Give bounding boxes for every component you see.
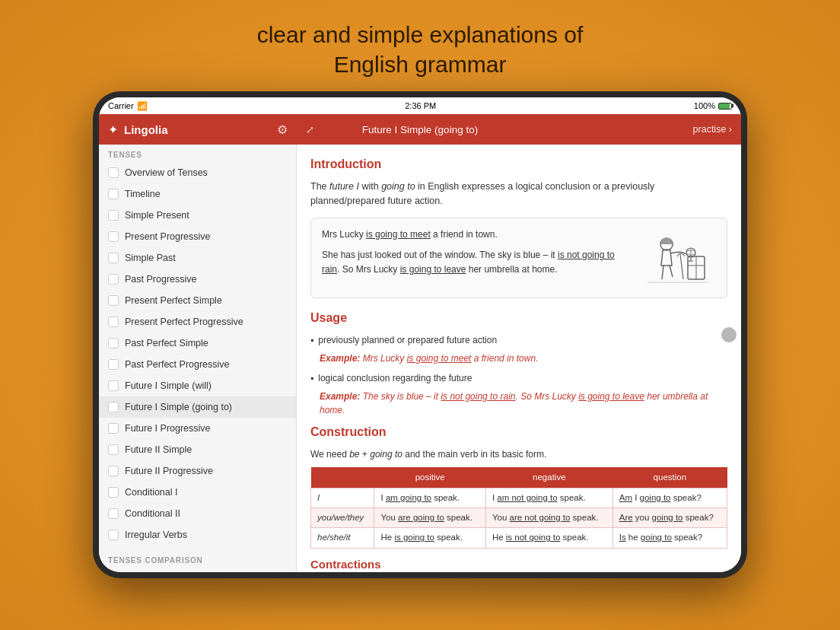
subject-i: I: [311, 488, 374, 508]
device-screen: Carrier 📶 2:36 PM 100% ✦ Lingolia ⚙ ⤢ F: [99, 97, 741, 572]
svg-line-3: [670, 266, 673, 277]
sidebar-item-simple-past[interactable]: Simple Past: [99, 247, 296, 269]
sidebar-item-irregular-verbs[interactable]: Irregular Verbs: [99, 524, 296, 546]
sidebar-item-future-i-going-to[interactable]: Future I Simple (going to): [99, 396, 296, 418]
table-row-he: he/she/it He is going to speak. He is no…: [311, 528, 727, 548]
sidebar: TENSES Overview of Tenses Timeline Simpl…: [99, 145, 297, 572]
col-positive: positive: [374, 467, 485, 488]
checkbox-future-ii-progressive[interactable]: [108, 466, 119, 476]
sidebar-item-timeline[interactable]: Timeline: [99, 183, 296, 205]
checkbox-present-perfect-simple[interactable]: [108, 295, 119, 306]
side-scroll-indicator[interactable]: [721, 327, 737, 342]
positive-he: He is going to speak.: [374, 528, 485, 548]
sidebar-item-present-perfect-simple[interactable]: Present Perfect Simple: [99, 290, 296, 311]
time-display: 2:36 PM: [405, 101, 436, 110]
sidebar-item-past-progressive[interactable]: Past Progressive: [99, 269, 296, 290]
battery-label: 100%: [694, 101, 715, 110]
negative-you: You are not going to speak.: [485, 508, 612, 528]
logo-icon: ✦: [108, 123, 118, 137]
checkbox-past-perfect-progressive[interactable]: [108, 359, 119, 370]
checkbox-conditional-i[interactable]: [108, 487, 119, 498]
checkbox-overview[interactable]: [108, 167, 119, 178]
sidebar-item-conditional-ii[interactable]: Conditional II: [99, 503, 296, 524]
sidebar-item-past-perfect-simple[interactable]: Past Perfect Simple: [99, 332, 296, 354]
usage-item-2: ▪ logical conclusion regarding the futur…: [310, 371, 727, 385]
checkbox-simple-past[interactable]: [108, 253, 119, 263]
svg-line-2: [662, 266, 663, 279]
usage-example-2: Example: The sky is blue – it is not goi…: [310, 390, 727, 417]
device-frame: Carrier 📶 2:36 PM 100% ✦ Lingolia ⚙ ⤢ F: [93, 91, 747, 578]
checkbox-future-i-progressive[interactable]: [108, 423, 119, 434]
checkbox-simple-present[interactable]: [108, 210, 119, 221]
svg-line-12: [680, 254, 683, 279]
sidebar-item-present-progressive[interactable]: Present Progressive: [99, 226, 296, 247]
col-question: question: [612, 467, 727, 488]
question-you: Are you going to speak?: [612, 508, 727, 528]
header-title: Future I Simple (going to): [362, 124, 478, 135]
table-row-you: you/we/they You are going to speak. You …: [311, 508, 727, 528]
contractions-heading: Contractions: [310, 556, 727, 573]
app-header: ✦ Lingolia ⚙ ⤢ Future I Simple (going to…: [99, 114, 741, 145]
question-i: Am I going to speak?: [612, 488, 727, 508]
negative-i: I am not going to speak.: [485, 488, 612, 508]
expand-icon[interactable]: ⤢: [306, 124, 314, 135]
usage-item-1: ▪ previously planned or prepared future …: [310, 333, 727, 347]
page-title-line1: clear and simple explanations of English…: [257, 20, 584, 79]
question-he: Is he going to speak?: [612, 528, 727, 548]
checkbox-timeline[interactable]: [108, 189, 119, 199]
table-row-i: I I am going to speak. I am not going to…: [311, 488, 727, 508]
usage-heading: Usage: [310, 309, 727, 327]
negative-he: He is not going to speak.: [485, 528, 612, 548]
col-negative: negative: [485, 467, 612, 488]
checkbox-irregular-verbs[interactable]: [108, 530, 119, 540]
checkbox-present-progressive[interactable]: [108, 231, 119, 242]
tenses-comparison-label: TENSES COMPARISON: [99, 550, 296, 568]
sidebar-item-future-ii-progressive[interactable]: Future II Progressive: [99, 460, 296, 482]
sidebar-item-conditional-i[interactable]: Conditional I: [99, 482, 296, 503]
checkbox-present-perfect-progressive[interactable]: [108, 317, 119, 327]
subject-you: you/we/they: [311, 508, 374, 528]
positive-i: I am going to speak.: [374, 488, 485, 508]
carrier-label: Carrier: [108, 101, 134, 110]
sidebar-item-future-ii-simple[interactable]: Future II Simple: [99, 439, 296, 460]
checkbox-future-i-will[interactable]: [108, 380, 119, 391]
example-line2: She has just looked out of the window. T…: [322, 248, 632, 277]
sidebar-item-present-perfect-progressive[interactable]: Present Perfect Progressive: [99, 311, 296, 332]
tenses-section-label: TENSES: [99, 145, 296, 162]
intro-text: The future I with going to in English ex…: [310, 180, 727, 208]
checkbox-past-perfect-simple[interactable]: [108, 338, 119, 348]
sidebar-item-simple-present[interactable]: Simple Present: [99, 205, 296, 226]
wifi-icon: 📶: [137, 101, 148, 111]
battery-icon: [718, 103, 732, 110]
logo-text: Lingolia: [124, 123, 168, 136]
checkbox-conditional-ii[interactable]: [108, 508, 119, 519]
example-line1: Mrs Lucky is going to meet a friend in t…: [322, 228, 632, 242]
sidebar-item-past-perfect-progressive[interactable]: Past Perfect Progressive: [99, 354, 296, 375]
sidebar-item-future-i-progressive[interactable]: Future I Progressive: [99, 418, 296, 439]
construction-heading: Construction: [310, 423, 727, 441]
checkbox-future-i-going-to[interactable]: [108, 402, 119, 412]
content-area: Introduction The future I with going to …: [297, 145, 741, 572]
positive-you: You are going to speak.: [374, 508, 485, 528]
sidebar-item-overview[interactable]: Overview of Tenses: [99, 162, 296, 183]
subject-he: he/she/it: [311, 528, 374, 548]
checkbox-future-ii-simple[interactable]: [108, 444, 119, 455]
illustration-svg: [644, 228, 712, 288]
grammar-table: positive negative question I I am going …: [310, 467, 727, 549]
usage-example-1: Example: Mrs Lucky is going to meet a fr…: [310, 352, 727, 365]
checkbox-past-progressive[interactable]: [108, 274, 119, 285]
col-subject: [311, 467, 374, 488]
intro-heading: Introduction: [310, 155, 727, 173]
construction-text: We need be + going to and the main verb …: [310, 447, 727, 461]
settings-icon[interactable]: ⚙: [277, 123, 288, 137]
sidebar-item-future-i-will[interactable]: Future I Simple (will): [99, 375, 296, 396]
example-box: Mrs Lucky is going to meet a friend in t…: [310, 218, 727, 298]
practice-link[interactable]: practise ›: [693, 124, 732, 135]
status-bar: Carrier 📶 2:36 PM 100%: [99, 97, 741, 114]
